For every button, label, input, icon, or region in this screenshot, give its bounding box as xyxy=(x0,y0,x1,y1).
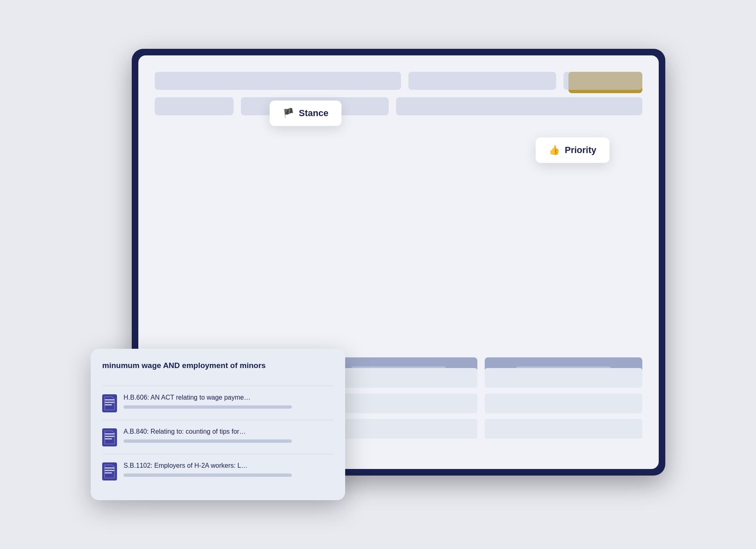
document-icon xyxy=(102,462,117,480)
result-subtitle-2 xyxy=(124,439,292,443)
result-text-2: A.B.840: Relating to: counting of tips f… xyxy=(124,428,334,443)
search-query: minumum wage AND employment of minors xyxy=(102,361,334,377)
document-icon xyxy=(102,394,117,412)
grid-cell xyxy=(485,368,642,388)
placeholder-block xyxy=(155,97,234,115)
flag-icon: 🏴 xyxy=(283,108,294,119)
placeholder-block xyxy=(564,72,642,90)
svg-rect-2 xyxy=(105,402,115,403)
svg-rect-9 xyxy=(105,467,115,469)
result-text-1: H.B.606: AN ACT relating to wage payme… xyxy=(124,393,334,409)
placeholder-block xyxy=(155,72,401,90)
result-item-3[interactable]: S.B.1102: Employers of H-2A workers: L… xyxy=(102,454,334,488)
result-item-2[interactable]: A.B.840: Relating to: counting of tips f… xyxy=(102,420,334,454)
placeholder-block xyxy=(396,97,642,115)
placeholder-block xyxy=(408,72,556,90)
svg-rect-6 xyxy=(105,436,115,437)
result-title-1: H.B.606: AN ACT relating to wage payme… xyxy=(124,393,334,402)
outer-container: 🏴 Stance 👍 Priority xyxy=(91,49,665,500)
svg-rect-11 xyxy=(105,472,112,474)
priority-label: Priority xyxy=(565,145,596,156)
document-icon xyxy=(102,428,117,446)
result-item-1[interactable]: H.B.606: AN ACT relating to wage payme… xyxy=(102,386,334,420)
stance-label: Stance xyxy=(299,108,328,119)
result-title-2: A.B.840: Relating to: counting of tips f… xyxy=(124,428,334,436)
top-placeholder-rows xyxy=(155,72,642,115)
result-title-3: S.B.1102: Employers of H-2A workers: L… xyxy=(124,462,334,470)
grid-cell xyxy=(485,393,642,413)
placeholder-row-1 xyxy=(155,72,642,90)
svg-rect-7 xyxy=(105,438,112,439)
result-text-3: S.B.1102: Employers of H-2A workers: L… xyxy=(124,462,334,477)
thumbs-up-icon: 👍 xyxy=(549,145,560,156)
front-card: minumum wage AND employment of minors H.… xyxy=(91,349,345,500)
svg-rect-3 xyxy=(105,404,112,405)
svg-rect-5 xyxy=(105,433,115,435)
priority-card: 👍 Priority xyxy=(536,137,609,163)
svg-rect-10 xyxy=(105,470,115,471)
grid-cell xyxy=(485,419,642,439)
result-subtitle-1 xyxy=(124,405,292,409)
stance-card: 🏴 Stance xyxy=(270,101,341,126)
placeholder-row-2 xyxy=(155,97,642,115)
svg-rect-1 xyxy=(105,399,115,400)
result-subtitle-3 xyxy=(124,474,292,477)
